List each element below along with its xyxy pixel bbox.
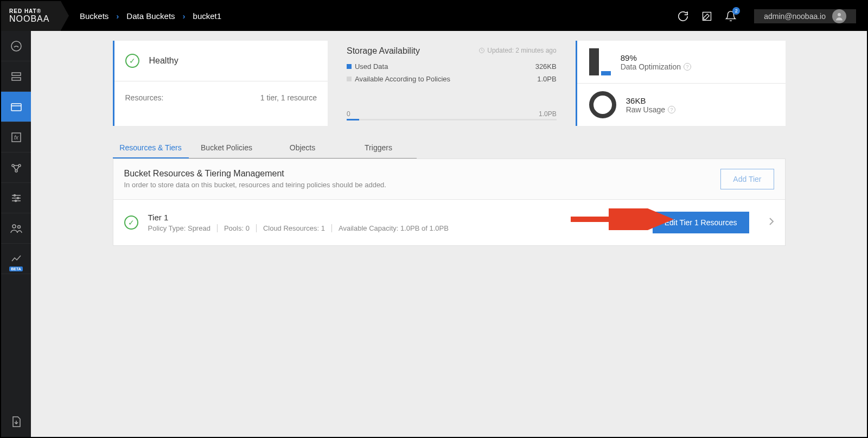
brand-top: RED HAT® <box>9 8 53 14</box>
sidebar-item-cluster[interactable] <box>1 153 31 183</box>
check-circle-icon: ✓ <box>124 215 138 230</box>
sidebar-item-download[interactable] <box>1 407 31 437</box>
breadcrumb-bucket1[interactable]: bucket1 <box>193 11 222 21</box>
add-tier-button[interactable]: Add Tier <box>720 169 774 189</box>
optimization-label: Data Optimization <box>621 62 681 71</box>
legend-square-icon <box>347 77 352 81</box>
panel-title: Bucket Resources & Tiering Management <box>124 169 386 179</box>
sidebar-item-functions[interactable]: fx <box>1 122 31 153</box>
sidebar-item-analytics[interactable]: BETA <box>1 244 31 274</box>
panel-subtitle: In order to store data on this bucket, r… <box>124 181 386 189</box>
notification-badge: 2 <box>732 7 740 15</box>
bell-icon[interactable]: 2 <box>725 10 737 22</box>
brand-logo[interactable]: RED HAT® NOOBAA <box>1 1 61 31</box>
sidebar-item-buckets[interactable] <box>1 92 31 122</box>
tab-bucket-policies[interactable]: Bucket Policies <box>189 138 265 158</box>
avatar-icon <box>832 9 846 23</box>
tier-cloud: Cloud Resources: 1 <box>256 224 325 232</box>
sidebar-item-accounts[interactable] <box>1 213 31 244</box>
tab-triggers[interactable]: Triggers <box>341 138 417 158</box>
tiering-panel: Bucket Resources & Tiering Management In… <box>113 158 786 246</box>
tier-pools: Pools: 0 <box>217 224 250 232</box>
topbar-right: 2 admin@noobaa.io <box>677 9 867 23</box>
breadcrumb-data-buckets[interactable]: Data Buckets <box>126 11 175 21</box>
svg-rect-5 <box>11 104 21 111</box>
svg-point-18 <box>17 225 20 228</box>
tier-row: ✓ Tier 1 Policy Type: Spread Pools: 0 Cl… <box>113 200 785 245</box>
sidebar: fx BETA <box>1 31 31 437</box>
avail-data-value: 1.0PB <box>537 75 556 83</box>
main-content: ✓ Healthy Resources: 1 tier, 1 resource … <box>31 31 867 437</box>
edit-icon[interactable] <box>701 10 713 22</box>
bar-chart-icon <box>589 48 611 75</box>
user-email: admin@noobaa.io <box>764 12 826 21</box>
tab-resources-tiers[interactable]: Resources & Tiers <box>113 138 189 158</box>
health-card: ✓ Healthy Resources: 1 tier, 1 resource <box>113 41 328 126</box>
svg-point-9 <box>18 164 21 167</box>
svg-point-8 <box>12 164 14 167</box>
check-circle-icon: ✓ <box>125 54 139 68</box>
tier-policy: Policy Type: Spread <box>148 224 210 232</box>
storage-bar <box>347 119 557 120</box>
beta-badge: BETA <box>9 266 23 271</box>
help-icon[interactable]: ? <box>684 63 691 71</box>
chevron-right-icon[interactable] <box>769 217 774 228</box>
chevron-right-icon: › <box>116 11 119 21</box>
help-icon[interactable]: ? <box>668 106 675 113</box>
optimization-percent: 89% <box>621 53 691 62</box>
raw-usage-label: Raw Usage <box>626 105 665 114</box>
svg-rect-3 <box>12 73 21 75</box>
chevron-right-icon: › <box>183 11 186 21</box>
raw-usage-value: 36KB <box>626 96 675 105</box>
avail-data-label: Available According to Policies <box>355 75 450 83</box>
svg-point-17 <box>12 225 16 228</box>
tier-capacity: Available Capacity: 1.0PB of 1.0PB <box>331 224 449 232</box>
used-data-value: 326KB <box>535 62 557 71</box>
sidebar-item-overview[interactable] <box>1 31 31 61</box>
bar-max: 1.0PB <box>539 110 557 118</box>
legend-square-icon <box>347 64 352 69</box>
tabs: Resources & Tiers Bucket Policies Object… <box>113 138 786 158</box>
used-data-label: Used Data <box>355 62 388 71</box>
user-menu[interactable]: admin@noobaa.io <box>754 9 856 23</box>
breadcrumb: Buckets › Data Buckets › bucket1 <box>80 11 221 21</box>
brand-bottom: NOOBAA <box>9 14 53 24</box>
optimization-card: 89% Data Optimization ? 36KB Raw Usage ? <box>576 41 786 126</box>
tab-objects[interactable]: Objects <box>265 138 341 158</box>
svg-text:fx: fx <box>14 135 19 141</box>
resources-value: 1 tier, 1 resource <box>260 93 317 102</box>
health-status: Healthy <box>149 56 178 66</box>
ring-chart-icon <box>589 91 616 118</box>
svg-rect-4 <box>12 78 21 80</box>
storage-card: Storage Availability Updated: 2 minutes … <box>347 41 557 126</box>
breadcrumb-buckets[interactable]: Buckets <box>80 11 108 21</box>
svg-point-10 <box>15 170 17 172</box>
topbar: RED HAT® NOOBAA Buckets › Data Buckets ›… <box>1 1 867 31</box>
refresh-icon[interactable] <box>677 10 689 22</box>
sidebar-item-management[interactable] <box>1 183 31 213</box>
svg-point-1 <box>838 13 841 16</box>
annotation-arrow-icon <box>568 208 676 230</box>
resources-label: Resources: <box>125 93 164 102</box>
storage-title: Storage Availability <box>347 46 420 56</box>
storage-updated: Updated: 2 minutes ago <box>478 47 556 54</box>
bar-min: 0 <box>347 110 350 118</box>
sidebar-item-resources[interactable] <box>1 61 31 92</box>
